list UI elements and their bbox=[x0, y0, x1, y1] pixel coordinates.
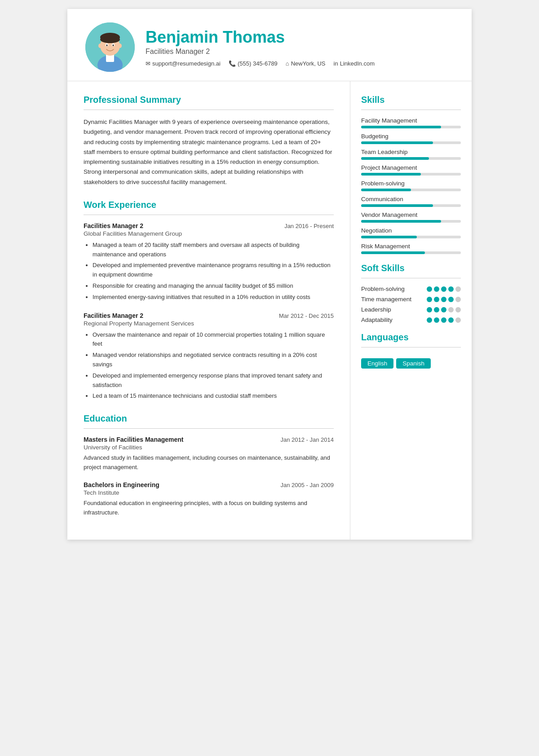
job-company-1: Global Facilities Management Group bbox=[84, 230, 334, 237]
skill-bar-bg bbox=[361, 220, 461, 223]
dot bbox=[455, 297, 461, 302]
skill-name: Negotiation bbox=[361, 227, 461, 234]
job-header-1: Facilities Manager 2 Jan 2016 - Present bbox=[84, 222, 334, 229]
languages-section: Languages EnglishSpanish bbox=[361, 332, 461, 369]
header-title: Facilities Manager 2 bbox=[146, 48, 454, 56]
skill-name: Communication bbox=[361, 196, 461, 202]
contact-phone: 📞 (555) 345-6789 bbox=[229, 60, 278, 67]
soft-skill-item-2: Leadership bbox=[361, 306, 461, 313]
location-icon: ⌂ bbox=[286, 60, 289, 67]
job-title-2: Facilities Manager 2 bbox=[84, 312, 143, 319]
dot-container bbox=[427, 297, 461, 302]
work-divider bbox=[84, 215, 334, 215]
job-bullet: Managed a team of 20 facility staff memb… bbox=[93, 241, 334, 259]
edu-degree-2: Bachelors in Engineering bbox=[84, 481, 159, 488]
language-tag-1: Spanish bbox=[396, 358, 431, 369]
dot bbox=[448, 297, 454, 302]
skills-section: Skills Facility Management Budgeting Tea… bbox=[361, 95, 461, 254]
skill-bar-bg bbox=[361, 157, 461, 160]
svg-point-5 bbox=[100, 36, 120, 43]
soft-skill-item-1: Time management bbox=[361, 296, 461, 303]
svg-point-8 bbox=[106, 44, 108, 46]
skill-bar-fill bbox=[361, 220, 441, 223]
language-tag-0: English bbox=[361, 358, 393, 369]
skill-bar-fill bbox=[361, 189, 411, 191]
soft-skills-title: Soft Skills bbox=[361, 263, 461, 273]
job-block-1: Facilities Manager 2 Jan 2016 - Present … bbox=[84, 222, 334, 302]
dot bbox=[427, 307, 432, 312]
job-bullets-2: Oversaw the maintenance and repair of 10… bbox=[93, 330, 334, 401]
skill-name: Project Management bbox=[361, 164, 461, 171]
header: Benjamin Thomas Facilities Manager 2 ✉ s… bbox=[67, 9, 472, 81]
skill-bar-bg bbox=[361, 189, 461, 191]
header-contacts: ✉ support@resumedesign.ai 📞 (555) 345-67… bbox=[146, 60, 454, 67]
languages-container: EnglishSpanish bbox=[361, 355, 461, 369]
summary-text: Dynamic Facilities Manager with 9 years … bbox=[84, 117, 334, 187]
skill-item-5: Communication bbox=[361, 196, 461, 207]
skills-container: Facility Management Budgeting Team Leade… bbox=[361, 117, 461, 254]
skill-name: Team Leadership bbox=[361, 149, 461, 155]
edu-header-1: Masters in Facilities Management Jan 201… bbox=[84, 436, 334, 443]
edu-date-1: Jan 2012 - Jan 2014 bbox=[280, 436, 334, 443]
skills-divider bbox=[361, 110, 461, 110]
skill-item-7: Negotiation bbox=[361, 227, 461, 238]
soft-skill-name: Problem-solving bbox=[361, 286, 405, 292]
job-header-2: Facilities Manager 2 Mar 2012 - Dec 2015 bbox=[84, 312, 334, 319]
skill-bar-fill bbox=[361, 251, 425, 254]
skill-item-4: Problem-solving bbox=[361, 180, 461, 191]
education-section: Education Masters in Facilities Manageme… bbox=[84, 413, 334, 517]
work-experience-section: Work Experience Facilities Manager 2 Jan… bbox=[84, 200, 334, 401]
languages-title: Languages bbox=[361, 332, 461, 343]
education-divider bbox=[84, 428, 334, 429]
header-info: Benjamin Thomas Facilities Manager 2 ✉ s… bbox=[146, 28, 454, 67]
phone-icon: 📞 bbox=[229, 60, 236, 67]
soft-skill-name: Leadership bbox=[361, 306, 391, 313]
job-bullet: Responsible for creating and managing th… bbox=[93, 281, 334, 291]
job-date-1: Jan 2016 - Present bbox=[284, 223, 334, 229]
skill-name: Risk Management bbox=[361, 243, 461, 250]
linkedin-icon: in bbox=[334, 60, 338, 67]
skill-bar-fill bbox=[361, 126, 441, 128]
skill-item-3: Project Management bbox=[361, 164, 461, 176]
skill-bar-fill bbox=[361, 157, 429, 160]
job-bullet: Oversaw the maintenance and repair of 10… bbox=[93, 330, 334, 349]
edu-block-1: Masters in Facilities Management Jan 201… bbox=[84, 436, 334, 472]
header-name: Benjamin Thomas bbox=[146, 28, 454, 47]
skill-bar-fill bbox=[361, 204, 433, 207]
dot-container bbox=[427, 307, 461, 312]
right-column: Skills Facility Management Budgeting Tea… bbox=[350, 81, 472, 540]
skill-name: Vendor Management bbox=[361, 211, 461, 218]
skill-bar-bg bbox=[361, 126, 461, 128]
skill-bar-bg bbox=[361, 141, 461, 144]
svg-point-11 bbox=[118, 44, 122, 48]
dot-container bbox=[427, 286, 461, 292]
job-bullet: Developed and implemented preventive mai… bbox=[93, 261, 334, 280]
job-bullet: Developed and implemented emergency resp… bbox=[93, 371, 334, 390]
contact-linkedin: in LinkedIn.com bbox=[334, 60, 375, 67]
soft-skills-divider bbox=[361, 278, 461, 278]
contact-email: ✉ support@resumedesign.ai bbox=[146, 60, 221, 67]
skills-title: Skills bbox=[361, 95, 461, 105]
skill-item-6: Vendor Management bbox=[361, 211, 461, 223]
edu-school-1: University of Facilities bbox=[84, 444, 334, 451]
skill-name: Facility Management bbox=[361, 117, 461, 124]
skill-name: Budgeting bbox=[361, 133, 461, 140]
dot bbox=[455, 307, 461, 312]
skill-item-0: Facility Management bbox=[361, 117, 461, 128]
soft-skill-name: Time management bbox=[361, 296, 411, 303]
dot bbox=[434, 286, 439, 292]
dot bbox=[434, 307, 439, 312]
dot bbox=[427, 297, 432, 302]
skill-bar-bg bbox=[361, 236, 461, 238]
dot bbox=[441, 286, 446, 292]
work-title: Work Experience bbox=[84, 200, 334, 210]
edu-school-2: Tech Institute bbox=[84, 489, 334, 496]
svg-point-10 bbox=[98, 44, 102, 48]
dot bbox=[448, 317, 454, 323]
skill-bar-bg bbox=[361, 251, 461, 254]
job-bullet: Led a team of 15 maintenance technicians… bbox=[93, 391, 334, 401]
summary-divider bbox=[84, 110, 334, 110]
edu-date-2: Jan 2005 - Jan 2009 bbox=[280, 482, 334, 488]
soft-skill-item-0: Problem-solving bbox=[361, 286, 461, 292]
dot bbox=[441, 297, 446, 302]
